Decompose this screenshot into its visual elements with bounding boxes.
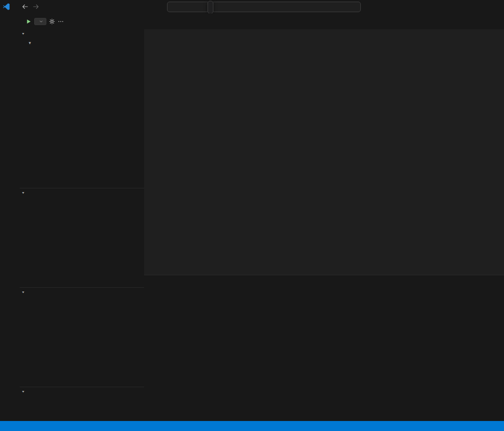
callstack-header[interactable]: ▼ [20, 287, 144, 297]
status-bar [0, 421, 504, 431]
start-debug-icon[interactable] [25, 18, 32, 25]
bottom-panel [144, 275, 504, 421]
nav-arrows [22, 3, 39, 10]
breadcrumb[interactable] [144, 30, 504, 39]
breakpoints-section: ▼ [20, 387, 144, 421]
sidebar-run-and-debug: ▼ ▼ ▼ ▼ ▼ [20, 13, 144, 421]
chevron-down-icon [39, 19, 43, 24]
vscode-logo [0, 3, 13, 10]
more-actions-icon[interactable] [58, 18, 64, 25]
code-editor[interactable] [144, 39, 504, 275]
forward-arrow-icon[interactable] [33, 3, 39, 10]
scope-local[interactable]: ▼ [20, 38, 144, 47]
layout-controls [438, 0, 445, 13]
debug-toolbar [208, 1, 213, 14]
title-bar [0, 0, 504, 14]
breakpoints-header[interactable]: ▼ [20, 387, 144, 396]
launch-config-dropdown[interactable] [34, 18, 46, 25]
variables-section: ▼ ▼ [20, 29, 144, 47]
back-arrow-icon[interactable] [22, 3, 28, 10]
watch-section: ▼ [20, 188, 144, 198]
callstack-section: ▼ [20, 287, 144, 387]
activity-bar [0, 13, 20, 421]
vscode-window: ▼ ▼ ▼ ▼ ▼ [0, 0, 504, 431]
editor-tab-bar [144, 13, 504, 30]
gear-icon[interactable] [49, 18, 55, 25]
terminal-output [144, 289, 504, 416]
command-center[interactable] [167, 2, 361, 12]
sidebar-header [20, 13, 144, 29]
watch-header[interactable]: ▼ [20, 188, 144, 198]
panel-tab-bar [144, 275, 504, 289]
editor-group [144, 13, 504, 275]
variables-header[interactable]: ▼ [20, 29, 144, 38]
